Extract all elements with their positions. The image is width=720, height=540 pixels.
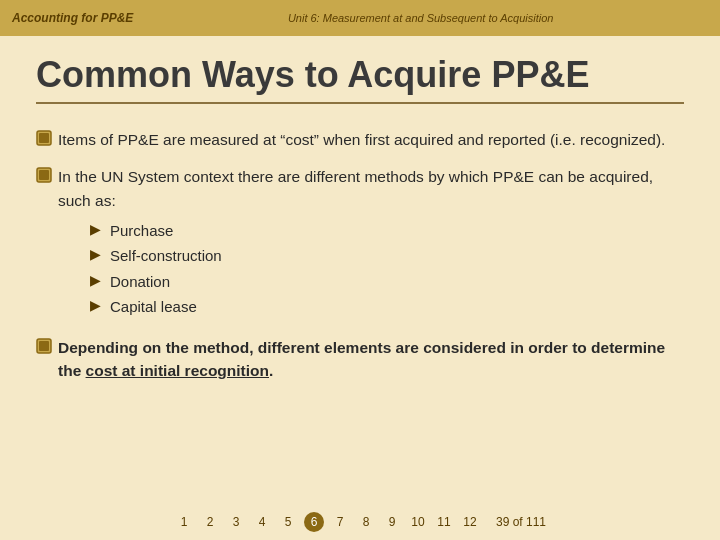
sub-bullet-2: ▶ Self-construction (90, 245, 684, 268)
sub-text-1: Purchase (110, 220, 173, 243)
sub-arrow-3: ▶ (90, 272, 110, 288)
header-left-label: Accounting for PP&E (12, 11, 133, 25)
slide-count: 39 of 111 (496, 515, 546, 529)
slide-title: Common Ways to Acquire PP&E (36, 54, 684, 104)
bullet-icon-1 (36, 130, 58, 150)
page-2[interactable]: 2 (200, 512, 220, 532)
bullet-1: Items of PP&E are measured at “cost” whe… (36, 128, 684, 151)
bullet-3-period: . (269, 362, 273, 379)
bullet-2-text: In the UN System context there are diffe… (58, 165, 684, 212)
sub-arrow-1: ▶ (90, 221, 110, 237)
sub-bullets: ▶ Purchase ▶ Self-construction ▶ Donatio… (90, 220, 684, 319)
svg-rect-5 (39, 341, 49, 351)
page-9[interactable]: 9 (382, 512, 402, 532)
bullet-2: In the UN System context there are diffe… (36, 165, 684, 322)
page-5[interactable]: 5 (278, 512, 298, 532)
sub-arrow-4: ▶ (90, 297, 110, 313)
page-12[interactable]: 12 (460, 512, 480, 532)
page-1[interactable]: 1 (174, 512, 194, 532)
bullet-3-text: Depending on the method, different eleme… (58, 336, 684, 383)
bullet-icon-2 (36, 167, 58, 187)
page-3[interactable]: 3 (226, 512, 246, 532)
page-8[interactable]: 8 (356, 512, 376, 532)
bullet-1-text: Items of PP&E are measured at “cost” whe… (58, 128, 684, 151)
slide: Accounting for PP&E Unit 6: Measurement … (0, 0, 720, 540)
page-10[interactable]: 10 (408, 512, 428, 532)
page-7[interactable]: 7 (330, 512, 350, 532)
footer: 1 2 3 4 5 6 7 8 9 10 11 12 39 of 111 (0, 504, 720, 540)
bullet-3-underline: cost at initial recognition (86, 362, 269, 379)
slide-content: Common Ways to Acquire PP&E Items of PP&… (0, 36, 720, 504)
bullet-icon-3 (36, 338, 58, 358)
sub-bullet-1: ▶ Purchase (90, 220, 684, 243)
sub-bullet-4: ▶ Capital lease (90, 296, 684, 319)
sub-text-3: Donation (110, 271, 170, 294)
svg-rect-3 (39, 170, 49, 180)
page-4[interactable]: 4 (252, 512, 272, 532)
sub-text-2: Self-construction (110, 245, 222, 268)
bullet-2-container: In the UN System context there are diffe… (58, 165, 684, 322)
header: Accounting for PP&E Unit 6: Measurement … (0, 0, 720, 36)
sub-bullet-3: ▶ Donation (90, 271, 684, 294)
sub-text-4: Capital lease (110, 296, 197, 319)
bullet-3: Depending on the method, different eleme… (36, 336, 684, 383)
page-6[interactable]: 6 (304, 512, 324, 532)
page-11[interactable]: 11 (434, 512, 454, 532)
sub-arrow-2: ▶ (90, 246, 110, 262)
svg-rect-1 (39, 133, 49, 143)
header-right-label: Unit 6: Measurement at and Subsequent to… (133, 12, 708, 24)
